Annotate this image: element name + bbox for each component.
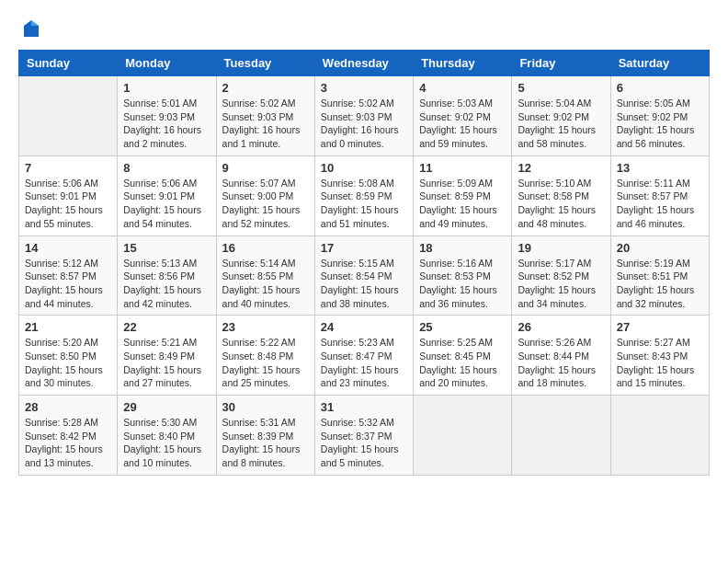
- calendar-cell: 27Sunrise: 5:27 AM Sunset: 8:43 PM Dayli…: [610, 316, 709, 396]
- cell-info: Sunrise: 5:04 AM Sunset: 9:02 PM Dayligh…: [518, 97, 604, 151]
- weekday-header-saturday: Saturday: [610, 51, 709, 76]
- cell-info: Sunrise: 5:25 AM Sunset: 8:45 PM Dayligh…: [419, 336, 506, 390]
- day-number: 27: [617, 320, 703, 334]
- weekday-header-thursday: Thursday: [414, 51, 512, 76]
- cell-info: Sunrise: 5:16 AM Sunset: 8:53 PM Dayligh…: [419, 257, 506, 311]
- calendar-cell: [19, 76, 118, 156]
- day-number: 22: [123, 320, 210, 334]
- calendar-cell: 25Sunrise: 5:25 AM Sunset: 8:45 PM Dayli…: [414, 316, 512, 396]
- day-number: 8: [123, 161, 210, 175]
- weekday-header-friday: Friday: [512, 51, 610, 76]
- cell-info: Sunrise: 5:14 AM Sunset: 8:55 PM Dayligh…: [222, 257, 309, 311]
- cell-info: Sunrise: 5:23 AM Sunset: 8:47 PM Dayligh…: [321, 336, 407, 390]
- day-number: 2: [222, 81, 309, 95]
- day-number: 1: [123, 81, 210, 95]
- calendar-cell: 22Sunrise: 5:21 AM Sunset: 8:49 PM Dayli…: [118, 316, 216, 396]
- calendar-cell: 17Sunrise: 5:15 AM Sunset: 8:54 PM Dayli…: [314, 236, 413, 316]
- cell-info: Sunrise: 5:02 AM Sunset: 9:03 PM Dayligh…: [321, 97, 407, 151]
- cell-info: Sunrise: 5:09 AM Sunset: 8:59 PM Dayligh…: [419, 177, 506, 231]
- day-number: 24: [321, 320, 407, 334]
- cell-info: Sunrise: 5:12 AM Sunset: 8:57 PM Dayligh…: [25, 257, 111, 311]
- cell-info: Sunrise: 5:05 AM Sunset: 9:02 PM Dayligh…: [617, 97, 703, 151]
- calendar-cell: [512, 396, 610, 476]
- calendar-cell: 16Sunrise: 5:14 AM Sunset: 8:55 PM Dayli…: [216, 236, 314, 316]
- day-number: 28: [25, 400, 111, 414]
- day-number: 7: [25, 161, 111, 175]
- weekday-header-tuesday: Tuesday: [216, 51, 314, 76]
- calendar-cell: 5Sunrise: 5:04 AM Sunset: 9:02 PM Daylig…: [512, 76, 610, 156]
- week-row-1: 1Sunrise: 5:01 AM Sunset: 9:03 PM Daylig…: [19, 76, 710, 156]
- cell-info: Sunrise: 5:27 AM Sunset: 8:43 PM Dayligh…: [617, 336, 703, 390]
- day-number: 23: [222, 320, 309, 334]
- cell-info: Sunrise: 5:26 AM Sunset: 8:44 PM Dayligh…: [518, 336, 604, 390]
- day-number: 10: [321, 161, 407, 175]
- day-number: 16: [222, 241, 309, 255]
- week-row-2: 7Sunrise: 5:06 AM Sunset: 9:01 PM Daylig…: [19, 155, 710, 236]
- cell-info: Sunrise: 5:30 AM Sunset: 8:40 PM Dayligh…: [123, 416, 210, 470]
- logo-icon: [20, 18, 42, 40]
- day-number: 11: [419, 161, 506, 175]
- day-number: 19: [518, 241, 604, 255]
- calendar-cell: 15Sunrise: 5:13 AM Sunset: 8:56 PM Dayli…: [118, 236, 216, 316]
- cell-info: Sunrise: 5:11 AM Sunset: 8:57 PM Dayligh…: [617, 177, 703, 231]
- week-row-3: 14Sunrise: 5:12 AM Sunset: 8:57 PM Dayli…: [19, 236, 710, 316]
- cell-info: Sunrise: 5:21 AM Sunset: 8:49 PM Dayligh…: [123, 336, 210, 390]
- cell-info: Sunrise: 5:20 AM Sunset: 8:50 PM Dayligh…: [25, 336, 111, 390]
- cell-info: Sunrise: 5:15 AM Sunset: 8:54 PM Dayligh…: [321, 257, 407, 311]
- week-row-5: 28Sunrise: 5:28 AM Sunset: 8:42 PM Dayli…: [19, 396, 710, 476]
- cell-info: Sunrise: 5:19 AM Sunset: 8:51 PM Dayligh…: [617, 257, 703, 311]
- page-header: [18, 18, 710, 40]
- cell-info: Sunrise: 5:02 AM Sunset: 9:03 PM Dayligh…: [222, 97, 309, 151]
- day-number: 14: [25, 241, 111, 255]
- calendar-cell: 13Sunrise: 5:11 AM Sunset: 8:57 PM Dayli…: [610, 155, 709, 236]
- calendar-cell: 6Sunrise: 5:05 AM Sunset: 9:02 PM Daylig…: [610, 76, 709, 156]
- day-number: 3: [321, 81, 407, 95]
- cell-info: Sunrise: 5:06 AM Sunset: 9:01 PM Dayligh…: [123, 177, 210, 231]
- calendar-cell: 19Sunrise: 5:17 AM Sunset: 8:52 PM Dayli…: [512, 236, 610, 316]
- calendar-cell: 2Sunrise: 5:02 AM Sunset: 9:03 PM Daylig…: [216, 76, 314, 156]
- calendar-cell: 31Sunrise: 5:32 AM Sunset: 8:37 PM Dayli…: [314, 396, 413, 476]
- day-number: 30: [222, 400, 309, 414]
- cell-info: Sunrise: 5:22 AM Sunset: 8:48 PM Dayligh…: [222, 336, 309, 390]
- weekday-header-wednesday: Wednesday: [314, 51, 413, 76]
- calendar-cell: 12Sunrise: 5:10 AM Sunset: 8:58 PM Dayli…: [512, 155, 610, 236]
- day-number: 12: [518, 161, 604, 175]
- day-number: 25: [419, 320, 506, 334]
- calendar-cell: 8Sunrise: 5:06 AM Sunset: 9:01 PM Daylig…: [118, 155, 216, 236]
- logo: [18, 18, 44, 40]
- cell-info: Sunrise: 5:07 AM Sunset: 9:00 PM Dayligh…: [222, 177, 309, 231]
- calendar-cell: [414, 396, 512, 476]
- day-number: 9: [222, 161, 309, 175]
- day-number: 5: [518, 81, 604, 95]
- calendar-cell: 21Sunrise: 5:20 AM Sunset: 8:50 PM Dayli…: [19, 316, 118, 396]
- calendar-cell: 26Sunrise: 5:26 AM Sunset: 8:44 PM Dayli…: [512, 316, 610, 396]
- cell-info: Sunrise: 5:13 AM Sunset: 8:56 PM Dayligh…: [123, 257, 210, 311]
- cell-info: Sunrise: 5:01 AM Sunset: 9:03 PM Dayligh…: [123, 97, 210, 151]
- week-row-4: 21Sunrise: 5:20 AM Sunset: 8:50 PM Dayli…: [19, 316, 710, 396]
- day-number: 13: [617, 161, 703, 175]
- weekday-header-row: SundayMondayTuesdayWednesdayThursdayFrid…: [19, 51, 710, 76]
- calendar-cell: 4Sunrise: 5:03 AM Sunset: 9:02 PM Daylig…: [414, 76, 512, 156]
- calendar-cell: 24Sunrise: 5:23 AM Sunset: 8:47 PM Dayli…: [314, 316, 413, 396]
- cell-info: Sunrise: 5:17 AM Sunset: 8:52 PM Dayligh…: [518, 257, 604, 311]
- calendar-cell: 11Sunrise: 5:09 AM Sunset: 8:59 PM Dayli…: [414, 155, 512, 236]
- cell-info: Sunrise: 5:31 AM Sunset: 8:39 PM Dayligh…: [222, 416, 309, 470]
- cell-info: Sunrise: 5:10 AM Sunset: 8:58 PM Dayligh…: [518, 177, 604, 231]
- calendar-cell: 18Sunrise: 5:16 AM Sunset: 8:53 PM Dayli…: [414, 236, 512, 316]
- weekday-header-monday: Monday: [118, 51, 216, 76]
- calendar-cell: 30Sunrise: 5:31 AM Sunset: 8:39 PM Dayli…: [216, 396, 314, 476]
- cell-info: Sunrise: 5:06 AM Sunset: 9:01 PM Dayligh…: [25, 177, 111, 231]
- day-number: 17: [321, 241, 407, 255]
- cell-info: Sunrise: 5:28 AM Sunset: 8:42 PM Dayligh…: [25, 416, 111, 470]
- cell-info: Sunrise: 5:03 AM Sunset: 9:02 PM Dayligh…: [419, 97, 506, 151]
- calendar-cell: 29Sunrise: 5:30 AM Sunset: 8:40 PM Dayli…: [118, 396, 216, 476]
- day-number: 6: [617, 81, 703, 95]
- calendar-cell: 14Sunrise: 5:12 AM Sunset: 8:57 PM Dayli…: [19, 236, 118, 316]
- calendar-cell: 10Sunrise: 5:08 AM Sunset: 8:59 PM Dayli…: [314, 155, 413, 236]
- calendar-cell: 20Sunrise: 5:19 AM Sunset: 8:51 PM Dayli…: [610, 236, 709, 316]
- day-number: 20: [617, 241, 703, 255]
- weekday-header-sunday: Sunday: [19, 51, 118, 76]
- calendar-cell: [610, 396, 709, 476]
- cell-info: Sunrise: 5:32 AM Sunset: 8:37 PM Dayligh…: [321, 416, 407, 470]
- day-number: 31: [321, 400, 407, 414]
